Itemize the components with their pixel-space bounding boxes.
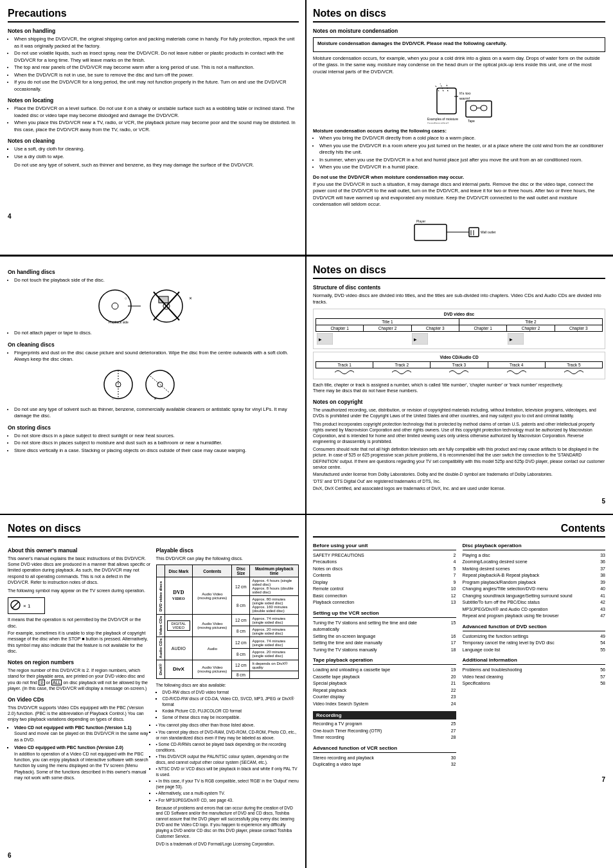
note-1: • You cannot play discs other than those… [156, 722, 299, 728]
acd-contents: Audio [193, 637, 232, 660]
disc-handling-1: Do not touch the playback side of the di… [14, 277, 299, 284]
basic-conn-row: Basic connection12 [313, 593, 456, 600]
before-using-title: Before using your unit [313, 543, 456, 550]
page-4: Precautions Notes on handling When shipp… [0, 0, 306, 255]
additional-info-block: Additional information Problems and trou… [463, 657, 606, 687]
disc-storing-1: Do not store discs in a place subject to… [14, 433, 299, 440]
disc-playback-title: Disc playback operation [463, 543, 606, 550]
precautions-row: Precautions4 [313, 559, 456, 566]
symbol-box: × 1 [8, 597, 45, 614]
acd-row: Audio CDs AUDIO Audio 12 cm Approx. 74 m… [156, 637, 299, 649]
dvd-thumb-svg1: ▶ [317, 333, 333, 345]
note-3: • Some CD-R/RWs cannot be played back de… [156, 741, 299, 753]
page-7: Contents Before using your unit SAFETY P… [306, 515, 613, 868]
page5-title: Notes on discs [313, 8, 605, 23]
divx-contents: Audio Video (moving pictures) [193, 660, 232, 678]
also-plays-1: DVD-RW discs of DVD video format [163, 689, 299, 695]
wave-svg1 [335, 369, 354, 375]
copyright-title: Notes on copyright [313, 399, 605, 405]
disc-notes-left: On handling discs Do not touch the playb… [0, 257, 306, 514]
vcd-category: Video CDs [156, 615, 164, 637]
occurrences-title: Moisture condensation occurs during the … [313, 128, 605, 134]
copyright-body3: Consumers should note that not all high … [313, 446, 605, 470]
loading-row: Loading and unloading a cassette tape19 [313, 667, 456, 674]
vcd-wave5 [545, 368, 602, 377]
videocds-list: Video CD not equipped with PBC function … [14, 725, 151, 781]
dvd-thumb-svg3: ▶ [508, 333, 524, 345]
dvd-ch6: Chapter 3 [555, 325, 602, 331]
dvd-label: DVD video disc [315, 311, 603, 317]
videocds-item1: Video CD not equipped with PBC function … [14, 725, 151, 743]
disc-cleaning-2: Do not use any type of solvent such as t… [14, 406, 299, 420]
playing-disc-row: Playing a disc33 [463, 552, 606, 559]
dvd-ch1: Chapter 1 [316, 325, 364, 331]
viss-row: Video Index Search System24 [313, 701, 456, 708]
svg-point-32 [157, 382, 163, 387]
disc-storing-2: Do not store discs in places subject to … [14, 440, 299, 447]
note-4: • This DVD/VCR output the PAL/NTSC colou… [156, 754, 299, 765]
acd-logo: AUDIO [164, 637, 193, 660]
vcd-structure-table: Track 1 Track 2 Track 3 Track 4 Track 5 [315, 361, 603, 377]
svg-text:Tape: Tape [468, 119, 475, 123]
handling-item-2: Do not use volatile liquids, such as ins… [14, 50, 299, 64]
bottom-spread: Notes on discs About this owner's manual… [0, 514, 613, 868]
page-number-4: 4 [8, 212, 299, 221]
display-row: Display9 [313, 579, 456, 586]
advanced-vcr-title: Advanced function of VCR section [313, 745, 456, 753]
divx-time-12: It depends on DivX® quality [250, 660, 299, 671]
handling-item-1: When shipping the DVD/VCR, the original … [14, 36, 299, 50]
vcd-tr5: Track 5 [545, 361, 602, 368]
dvd-ch4: Chapter 1 [459, 325, 506, 331]
also-plays-4: Some of these discs may be incompatible. [163, 714, 299, 720]
svg-text:(condensation): (condensation) [427, 122, 449, 123]
structure-note: Each title, chapter or track is assigned… [313, 382, 605, 395]
divx-size-8: 8 cm [232, 671, 250, 678]
svg-text:○: ○ [125, 296, 127, 300]
vcd-wave3 [431, 368, 488, 377]
page-number-6: 6 [8, 851, 299, 860]
vcd-wave4 [488, 368, 545, 377]
time-manual-row: Setting the time and date manually17 [313, 640, 456, 647]
svg-text:Wall outlet: Wall outlet [481, 230, 496, 234]
condensation-illustration: It's too warm! Examples of moisture (con… [313, 78, 605, 125]
acd-category: Audio CDs [156, 637, 164, 660]
divx-time-8 [250, 671, 299, 678]
svg-text:Player: Player [416, 219, 426, 223]
contents-title: Contents [313, 523, 605, 538]
copyright-body5: 'DTS' and 'DTS Digital Out' are register… [313, 478, 605, 484]
page-number-5b: 5 [313, 497, 605, 506]
angles-row: Changing angles/Title selection/DVD menu… [463, 586, 606, 593]
region-title: Notes on region numbers [8, 659, 151, 665]
col-contents: Contents [193, 565, 232, 577]
handling-item-3: The top and rear panels of the DVD/VCR m… [14, 64, 299, 71]
disc-illustrations-svg: Playback side ○ ✕ [89, 287, 218, 325]
before-using-block: Before using your unit SAFETY PRECAUTION… [313, 543, 456, 606]
svg-text:warm!: warm! [459, 96, 470, 100]
vcd-contents: Audio Video (moving pictures) [193, 615, 232, 637]
footer-text: Because of problems and errors that can … [156, 806, 299, 840]
note-5: • NTSC DVD or VCD discs will be playback… [156, 766, 299, 777]
acd-size-12: 12 cm [232, 637, 250, 649]
vcd-size-12: 12 cm [232, 615, 250, 626]
copyright-body: The unauthorized recording, use, distrib… [313, 407, 605, 419]
mp3-row: MP3/JPEG/DivX® and Audio CD operation43 [463, 606, 606, 613]
disc-playback-block: Disc playback operation Playing a disc33… [463, 543, 606, 620]
safety-row: SAFETY PRECAUTIONS2 [313, 552, 456, 559]
dvd-thumb2: ▶ [411, 331, 507, 347]
advanced-dvd-block: Advanced function of DVD section Customi… [463, 624, 606, 654]
cleaning-title: Notes on cleaning [8, 138, 299, 144]
vcd-wave2 [373, 368, 431, 377]
dvd-disc-diagram: DVD video disc Title 1 Title 2 Chapter 1… [313, 309, 605, 349]
handling-item-5: If you do not use the DVD/VCR for a long… [14, 79, 299, 93]
advanced-dvd-title: Advanced function of DVD section [463, 624, 606, 631]
copyright-body2: This product incorporates copyright prot… [313, 421, 605, 445]
vcd-tr2: Track 2 [373, 361, 431, 368]
svg-rect-5 [466, 101, 492, 117]
moisture-body: Moisture condensation occurs, for exampl… [313, 55, 605, 76]
structure-body: Normally, DVD video discs are divided in… [313, 293, 605, 306]
dvd-logo: DVDVIDEO [164, 577, 193, 615]
tape-playback-title: Tape playback operation [313, 657, 456, 665]
browser-row: Repeat and program playback using file b… [463, 613, 606, 620]
counter-row: Counter display23 [313, 694, 456, 701]
svg-text:▶: ▶ [319, 338, 322, 341]
